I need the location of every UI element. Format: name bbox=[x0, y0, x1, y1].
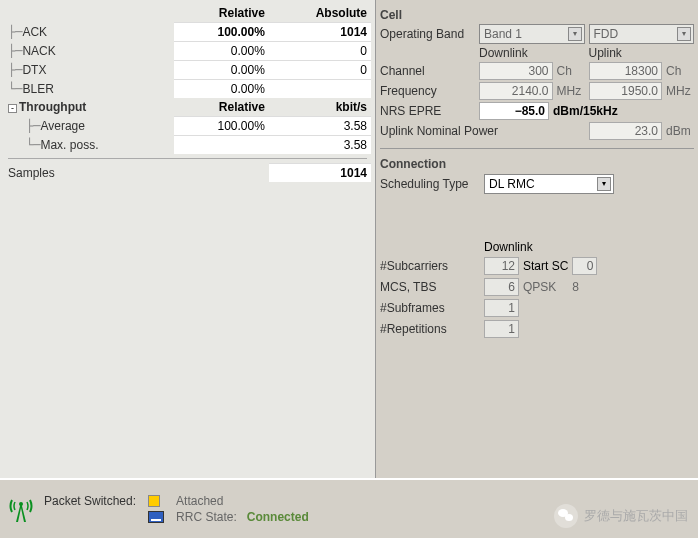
duplex-mode-select[interactable]: FDD▾ bbox=[589, 24, 695, 44]
packet-switched-label: Packet Switched: bbox=[44, 494, 136, 508]
repetitions-label: #Repetitions bbox=[380, 322, 480, 336]
row-bler-label: BLER bbox=[22, 82, 53, 96]
nack-relative: 0.00% bbox=[174, 42, 269, 61]
row-dtx-label: DTX bbox=[22, 63, 46, 77]
avg-relative: 100.00% bbox=[174, 117, 269, 136]
subcarriers-label: #Subcarriers bbox=[380, 259, 480, 273]
downlink-header: Downlink bbox=[479, 46, 585, 60]
expand-throughput-icon[interactable]: - bbox=[8, 104, 17, 113]
cell-title: Cell bbox=[380, 8, 694, 22]
tbs-value: 8 bbox=[572, 280, 579, 294]
ul-nominal-power-input[interactable]: 23.0 bbox=[589, 122, 663, 140]
row-average-label: Average bbox=[40, 119, 84, 133]
ul-nominal-power-label: Uplink Nominal Power bbox=[380, 124, 585, 138]
rrc-icon bbox=[148, 511, 164, 523]
ack-absolute: 1014 bbox=[269, 23, 371, 42]
wechat-watermark: 罗德与施瓦茨中国 bbox=[554, 504, 688, 528]
ps-status-icon bbox=[148, 495, 160, 507]
rrc-state-value: Connected bbox=[247, 510, 309, 524]
dtx-relative: 0.00% bbox=[174, 61, 269, 80]
ack-relative: 100.00% bbox=[174, 23, 269, 42]
chevron-down-icon: ▾ bbox=[677, 27, 691, 41]
channel-dl-input[interactable]: 300 bbox=[479, 62, 553, 80]
throughput-label: Throughput bbox=[19, 100, 86, 114]
frequency-dl-input[interactable]: 2140.0 bbox=[479, 82, 553, 100]
row-nack-label: NACK bbox=[22, 44, 55, 58]
tower-icon bbox=[6, 494, 36, 524]
svg-point-0 bbox=[19, 502, 23, 506]
operating-band-select[interactable]: Band 1▾ bbox=[479, 24, 585, 44]
conn-downlink-header: Downlink bbox=[484, 240, 533, 254]
scheduling-type-select[interactable]: DL RMC▾ bbox=[484, 174, 614, 194]
tp-col-relative: Relative bbox=[174, 98, 269, 117]
avg-value: 3.58 bbox=[269, 117, 371, 136]
maxposs-value: 3.58 bbox=[269, 136, 371, 155]
status-bar: Packet Switched: Attached RRC State: Con… bbox=[0, 478, 698, 538]
mcs-input[interactable] bbox=[484, 278, 519, 296]
mcs-tbs-label: MCS, TBS bbox=[380, 280, 480, 294]
wechat-icon bbox=[554, 504, 578, 528]
channel-label: Channel bbox=[380, 64, 475, 78]
chevron-down-icon: ▾ bbox=[597, 177, 611, 191]
rrc-state-label: RRC State: bbox=[176, 510, 237, 524]
dtx-absolute: 0 bbox=[269, 61, 371, 80]
subframes-input[interactable] bbox=[484, 299, 519, 317]
operating-band-label: Operating Band bbox=[380, 27, 475, 41]
startsc-input[interactable] bbox=[572, 257, 597, 275]
ps-status-value: Attached bbox=[176, 494, 309, 508]
nack-absolute: 0 bbox=[269, 42, 371, 61]
row-maxposs-label: Max. poss. bbox=[40, 138, 98, 152]
frequency-ul-input[interactable]: 1950.0 bbox=[589, 82, 663, 100]
tp-col-unit: kbit/s bbox=[269, 98, 371, 117]
repetitions-input[interactable] bbox=[484, 320, 519, 338]
col-absolute: Absolute bbox=[269, 4, 371, 23]
channel-ul-input[interactable]: 18300 bbox=[589, 62, 663, 80]
right-panel: Cell Operating Band Band 1▾ FDD▾ Downlin… bbox=[375, 0, 698, 478]
bler-relative: 0.00% bbox=[174, 80, 269, 99]
subframes-label: #Subframes bbox=[380, 301, 480, 315]
startsc-label: Start SC bbox=[523, 259, 568, 273]
uplink-header: Uplink bbox=[589, 46, 695, 60]
frequency-label: Frequency bbox=[380, 84, 475, 98]
scheduling-type-label: Scheduling Type bbox=[380, 177, 480, 191]
nrs-epre-label: NRS EPRE bbox=[380, 104, 475, 118]
samples-label: Samples bbox=[8, 166, 55, 180]
col-relative: Relative bbox=[174, 4, 269, 23]
connection-title: Connection bbox=[380, 157, 694, 171]
subcarriers-input[interactable] bbox=[484, 257, 519, 275]
measurement-tree: Relative Absolute ├─ACK 100.00% 1014 ├─N… bbox=[4, 4, 371, 182]
nrs-epre-input[interactable]: −85.0 bbox=[479, 102, 549, 120]
left-panel: Relative Absolute ├─ACK 100.00% 1014 ├─N… bbox=[0, 0, 375, 478]
chevron-down-icon: ▾ bbox=[568, 27, 582, 41]
modulation-value: QPSK bbox=[523, 280, 556, 294]
samples-value: 1014 bbox=[269, 164, 371, 183]
row-ack-label: ACK bbox=[22, 25, 47, 39]
